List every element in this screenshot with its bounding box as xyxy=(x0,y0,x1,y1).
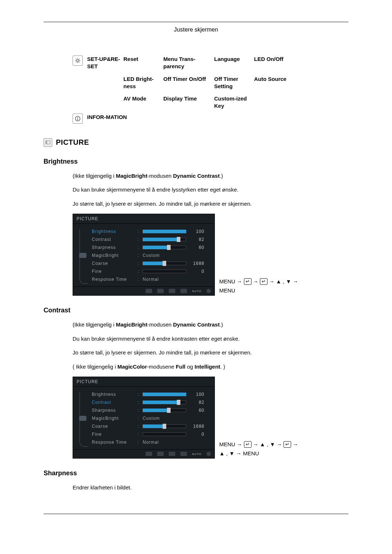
brightness-osd-wrap: PICTURE Brightness:100Contrast:82Sharpne… xyxy=(73,214,348,296)
info-icon xyxy=(73,114,83,124)
osd-panel-brightness: PICTURE Brightness:100Contrast:82Sharpne… xyxy=(73,214,215,296)
brightness-note: (Ikke tilgjengelig i MagicBright-modusen… xyxy=(73,172,348,180)
osd-nav-icon xyxy=(180,289,187,293)
picture-section-title: PICTURE xyxy=(56,138,89,147)
osd-category-icon xyxy=(79,253,86,258)
osd-nav-icon xyxy=(146,289,152,293)
svg-rect-5 xyxy=(46,141,47,144)
brightness-heading: Brightness xyxy=(44,158,348,165)
contrast-note-2: ( Ikke tilgjengelig i MagicColor-modusen… xyxy=(73,363,348,371)
setup-cell: SET-UP&RE-SET xyxy=(87,56,123,70)
osd-auto-label: AUTO xyxy=(192,452,201,456)
osd-item: Fine:0 xyxy=(92,430,210,438)
setup-cell: Menu Trans-parency xyxy=(163,56,214,70)
svg-point-2 xyxy=(77,117,78,118)
picture-heading-row: PICTURE xyxy=(44,138,348,147)
setup-row-3: AV Mode Display Time Custom-ized Key xyxy=(87,95,348,110)
picture-icon xyxy=(44,138,52,147)
osd-item: Sharpness:60 xyxy=(92,243,210,251)
brightness-p3: Jo større tall, jo lysere er skjermen. J… xyxy=(73,200,348,208)
brightness-p2: Du kan bruke skjermmenyene til å endre l… xyxy=(73,186,348,194)
osd-nav-icon xyxy=(157,289,164,293)
osd-item: MagicBright:Custom xyxy=(92,251,210,259)
osd-item: Response Time:Normal xyxy=(92,438,210,446)
osd-list: Brightness:100Contrast:82Sharpness:60Mag… xyxy=(92,227,210,283)
osd-title: PICTURE xyxy=(73,377,215,387)
osd-item: Coarse:1688 xyxy=(92,422,210,430)
setup-cell: LED On/Off xyxy=(254,56,298,70)
osd-nav-icon xyxy=(180,452,187,456)
setup-cell xyxy=(87,95,123,110)
osd-auto-label: AUTO xyxy=(192,289,201,293)
setup-cell: Off Timer On/Off xyxy=(163,75,214,90)
setup-cell: AV Mode xyxy=(123,95,163,110)
osd-item: Contrast:82 xyxy=(92,398,210,406)
setup-cell: Off Timer Setting xyxy=(214,75,254,90)
contrast-osd-wrap: PICTURE Brightness:100Contrast:82Sharpne… xyxy=(73,377,348,459)
setup-cell xyxy=(254,95,298,110)
contrast-heading: Contrast xyxy=(44,307,348,314)
osd-power-icon xyxy=(207,289,211,293)
osd-footer-icons: AUTO xyxy=(73,449,215,458)
sharpness-heading: Sharpness xyxy=(44,469,348,477)
setup-cell: Auto Source xyxy=(254,75,298,90)
svg-rect-3 xyxy=(77,118,78,120)
osd-panel-contrast: PICTURE Brightness:100Contrast:82Sharpne… xyxy=(73,377,215,459)
information-block: INFOR-MATION xyxy=(73,114,348,124)
setup-cell: LED Bright-ness xyxy=(123,75,163,90)
osd-item: Brightness:100 xyxy=(92,390,210,398)
osd-item: Response Time:Normal xyxy=(92,275,210,283)
osd-list: Brightness:100Contrast:82Sharpness:60Mag… xyxy=(92,390,210,446)
osd-nav-icon xyxy=(146,452,152,456)
page-title: Justere skjermen xyxy=(44,22,348,37)
setup-row-1: SET-UP&RE-SET Reset Menu Trans-parency L… xyxy=(87,56,348,70)
osd-footer-icons: AUTO xyxy=(73,286,215,295)
osd-nav-icon xyxy=(169,289,175,293)
setup-block: SET-UP&RE-SET Reset Menu Trans-parency L… xyxy=(73,56,348,110)
osd-nav-icon xyxy=(169,452,175,456)
bottom-rule xyxy=(44,514,348,514)
setup-cell xyxy=(87,75,123,90)
osd-item: Fine:0 xyxy=(92,267,210,275)
setup-row-2: LED Bright-ness Off Timer On/Off Off Tim… xyxy=(87,75,348,90)
svg-point-0 xyxy=(77,59,79,62)
osd-side-icons xyxy=(77,227,88,283)
setup-cell: Display Time xyxy=(163,95,214,110)
osd-item: MagicBright:Custom xyxy=(92,414,210,422)
osd-item: Sharpness:60 xyxy=(92,406,210,414)
sharpness-p1: Endrer klarheten i bildet. xyxy=(73,484,348,492)
contrast-nav-sequence: MENU → ↵ → ▲ , ▼ → ↵ → ▲ , ▼ → MENU xyxy=(219,440,298,459)
osd-side-icons xyxy=(77,390,88,446)
osd-item: Coarse:1688 xyxy=(92,259,210,267)
gear-icon xyxy=(73,56,83,66)
osd-title: PICTURE xyxy=(73,214,215,224)
setup-cell: Reset xyxy=(123,56,163,70)
setup-grid: SET-UP&RE-SET Reset Menu Trans-parency L… xyxy=(87,56,348,110)
osd-nav-icon xyxy=(157,452,164,456)
contrast-note-1: (Ikke tilgjengelig i MagicBright-modusen… xyxy=(73,321,348,329)
contrast-p2: Du kan bruke skjermmenyene til å endre k… xyxy=(73,335,348,343)
osd-item: Brightness:100 xyxy=(92,227,210,235)
osd-power-icon xyxy=(207,452,211,456)
page: Justere skjermen SET-UP&RE-SET Reset Men… xyxy=(0,0,392,536)
brightness-nav-sequence: MENU → ↵ → ↵ → ▲ , ▼ → MENU xyxy=(219,278,298,296)
contrast-p3: Jo større tall, jo lysere er skjermen. J… xyxy=(73,349,348,357)
osd-item: Contrast:82 xyxy=(92,235,210,243)
setup-cell: Language xyxy=(214,56,254,70)
setup-cell: Custom-ized Key xyxy=(214,95,254,110)
information-label: INFOR-MATION xyxy=(87,114,348,124)
osd-category-icon xyxy=(79,416,86,421)
